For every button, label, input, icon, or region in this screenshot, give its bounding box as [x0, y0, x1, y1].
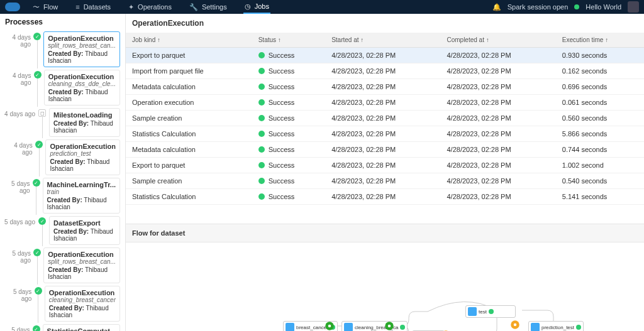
success-icon [258, 178, 265, 184]
process-item[interactable]: 4 days ago✓OperationExecutionsplit_rows_… [0, 30, 125, 68]
job-kind: Sample creation [126, 173, 252, 189]
process-time: 4 days ago [3, 108, 35, 137]
success-icon [258, 162, 265, 168]
column-header[interactable]: Completed at ↑ [440, 33, 555, 48]
job-end: 4/28/2023, 02:28 PM [440, 142, 555, 158]
job-end: 4/28/2023, 02:28 PM [440, 126, 555, 142]
nav-jobs[interactable]: ◷Jobs [243, 1, 270, 14]
process-time: 5 days ago [3, 247, 31, 283]
column-header[interactable]: Status ↑ [252, 33, 325, 48]
process-item[interactable]: 5 days ago✓OperationExecutionsplit_rows_… [0, 246, 125, 285]
job-end: 4/28/2023, 02:28 PM [440, 173, 555, 189]
success-icon [258, 146, 265, 153]
success-icon: ✓ [38, 217, 46, 225]
job-end: 4/28/2023, 02:28 PM [440, 48, 555, 63]
nav-datasets[interactable]: ≡Datasets [74, 1, 112, 14]
avatar[interactable] [628, 1, 639, 13]
status-ok-icon [574, 4, 579, 9]
process-author: Created By: Thibaud Ishacian [53, 228, 116, 242]
job-status: Success [252, 142, 325, 158]
process-item[interactable]: 5 days ago✓StatisticsComputat...trainCre… [0, 323, 125, 331]
gear-icon[interactable] [509, 319, 521, 330]
table-row[interactable]: Metadata calculationSuccess4/28/2023, 02… [126, 79, 644, 95]
process-item[interactable]: 5 days ago✓OperationExecutioncleaning_br… [0, 285, 125, 323]
table-row[interactable]: Export to parquetSuccess4/28/2023, 02:28… [126, 158, 644, 173]
job-duration: 1.002 second [556, 158, 644, 173]
svg-point-1 [328, 325, 331, 328]
job-start: 4/28/2023, 02:28 PM [325, 126, 440, 142]
process-item[interactable]: 4 days ago✓OperationExecutionprediction_… [0, 138, 125, 176]
gear-icon[interactable] [324, 320, 335, 331]
detail-title: OperationExecution [126, 14, 644, 33]
table-row[interactable]: Export to parquetSuccess4/28/2023, 02:28… [126, 48, 644, 63]
gear-icon[interactable] [384, 320, 395, 331]
process-title: OperationExecution [48, 35, 116, 42]
main-nav: 〜Flow≡Datasets✦Operations🔧Settings◷Jobs [31, 1, 492, 14]
header-right: 🔔 Spark session open Hello World [492, 1, 639, 13]
milestone-icon: ◻ [38, 109, 46, 117]
job-duration: 0.696 seconds [556, 79, 644, 95]
table-row[interactable]: Operation executionSuccess4/28/2023, 02:… [126, 95, 644, 111]
flow-node[interactable]: cleaning_breast_ca [341, 321, 408, 331]
job-duration: 0.560 seconds [556, 111, 644, 126]
job-kind: Metadata calculation [126, 79, 252, 95]
process-subtitle: split_rows_breast_can... [48, 42, 116, 49]
column-header[interactable]: Started at ↑ [325, 33, 440, 48]
job-duration: 0.162 seconds [556, 63, 644, 79]
job-kind: Export to parquet [126, 158, 252, 173]
job-start: 4/28/2023, 02:28 PM [325, 142, 440, 158]
table-row[interactable]: Statistics CalculationSuccess4/28/2023, … [126, 189, 644, 205]
flow-node[interactable]: prediction_test [528, 321, 584, 331]
nav-settings[interactable]: 🔧Settings [188, 1, 228, 14]
table-row[interactable]: Statistics CalculationSuccess4/28/2023, … [126, 126, 644, 142]
bell-icon[interactable]: 🔔 [492, 3, 501, 11]
process-subtitle: cleaning_breast_cancer [49, 296, 116, 303]
table-row[interactable]: Import from parquet fileSuccess4/28/2023… [126, 63, 644, 79]
job-duration: 0.930 seconds [556, 48, 644, 63]
success-icon [258, 68, 265, 74]
process-time: 5 days ago [3, 324, 30, 331]
process-item[interactable]: 5 days ago✓MachineLearningTr...trainCrea… [0, 176, 125, 215]
process-title: StatisticsComputat... [47, 327, 116, 331]
nav-operations[interactable]: ✦Operations [127, 1, 173, 14]
process-time: 4 days ago [3, 31, 31, 67]
process-title: DatasetExport [53, 219, 116, 227]
success-icon [258, 99, 265, 106]
success-icon: ✓ [33, 325, 40, 331]
table-row[interactable]: Sample creationSuccess4/28/2023, 02:28 P… [126, 111, 644, 126]
success-icon [258, 115, 265, 121]
flow-canvas[interactable]: breast_cancer cleaning_breast_ca train t… [126, 242, 644, 331]
success-icon [258, 84, 265, 90]
svg-point-3 [388, 325, 391, 328]
job-end: 4/28/2023, 02:28 PM [440, 95, 555, 111]
user-name[interactable]: Hello World [586, 3, 621, 11]
topbar: 〜Flow≡Datasets✦Operations🔧Settings◷Jobs … [0, 0, 644, 14]
nav-icon: ◷ [245, 3, 251, 11]
process-author: Created By: Thibaud Ishacian [49, 305, 116, 318]
process-subtitle: train [47, 188, 116, 195]
process-item[interactable]: 4 days ago✓OperationExecutioncleaning_ds… [0, 68, 125, 107]
process-time: 5 days ago [3, 216, 35, 245]
success-icon: ✓ [33, 179, 40, 187]
nav-icon: ✦ [128, 3, 134, 11]
success-icon [258, 131, 265, 137]
job-status: Success [252, 189, 325, 205]
process-time: 4 days ago [3, 139, 33, 175]
nav-flow[interactable]: 〜Flow [31, 1, 59, 14]
job-end: 4/28/2023, 02:28 PM [440, 158, 555, 173]
success-icon: ✓ [35, 141, 43, 148]
table-row[interactable]: Sample creationSuccess4/28/2023, 02:28 P… [126, 173, 644, 189]
process-item[interactable]: 4 days ago◻MilestoneLoadingCreated By: T… [0, 107, 125, 138]
column-header[interactable]: Job kind ↑ [126, 33, 252, 48]
column-header[interactable]: Execution time ↑ [556, 33, 644, 48]
table-row[interactable]: Metadata calculationSuccess4/28/2023, 02… [126, 142, 644, 158]
job-kind: Operation execution [126, 95, 252, 111]
job-start: 4/28/2023, 02:28 PM [325, 173, 440, 189]
flow-node[interactable]: test [465, 305, 516, 318]
job-duration: 5.866 seconds [556, 126, 644, 142]
job-duration: 0.061 seconds [556, 95, 644, 111]
process-time: 4 days ago [3, 70, 31, 106]
process-item[interactable]: 5 days ago✓DatasetExportCreated By: Thib… [0, 215, 125, 246]
process-author: Created By: Thibaud Ishacian [48, 50, 116, 64]
job-status: Success [252, 95, 325, 111]
